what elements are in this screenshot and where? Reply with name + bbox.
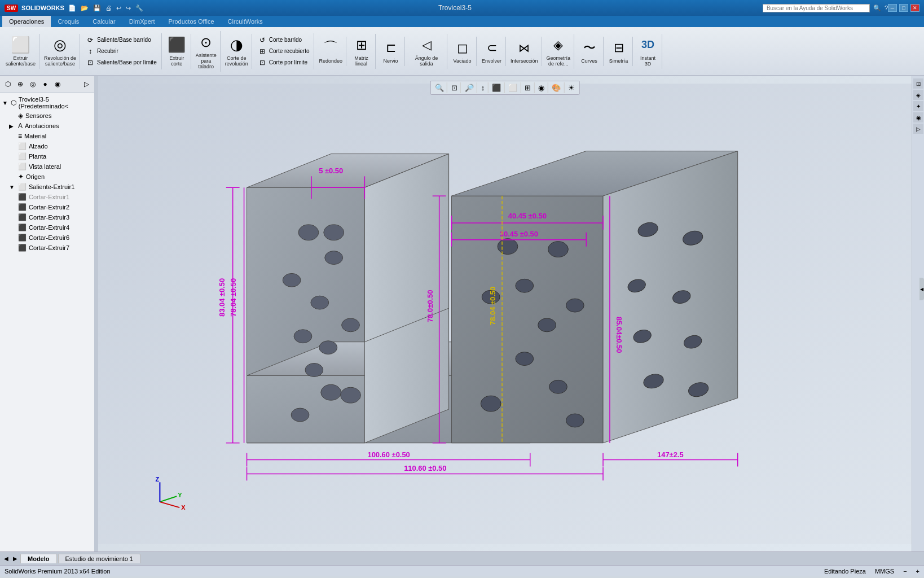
redo-btn[interactable]: ↪ <box>124 4 133 12</box>
zoom-in-btn[interactable]: 🔍 <box>432 82 447 93</box>
tree-name-origin: Origen <box>26 173 45 180</box>
tree-item-cut-extrude7[interactable]: ⬛ Cortar-Extruir7 <box>0 243 94 253</box>
tree-icon-material: ≡ <box>18 132 22 140</box>
save-btn[interactable]: 💾 <box>91 4 103 12</box>
tab-productos-office[interactable]: Productos Office <box>161 16 221 27</box>
dim-expert-btn[interactable]: ● <box>39 78 51 90</box>
fillet-icon: ⌒ <box>322 39 340 57</box>
tab-estudio-movimiento[interactable]: Estudio de movimiento 1 <box>58 554 140 563</box>
view-orient-btn[interactable]: ⬜ <box>505 82 521 93</box>
tree-item-right[interactable]: ⬜ Vista lateral <box>0 161 94 172</box>
viewport[interactable]: 5 ±0.50 40.45 ±0.50 30.45 ±0.50 83.04 ±0… <box>98 76 912 551</box>
tree-item-sensors[interactable]: ◈ Sensores <box>0 111 94 121</box>
rp-icon-1[interactable]: ⊡ <box>913 78 923 89</box>
tree-expand-boss-extrude1[interactable]: ▼ <box>9 184 16 190</box>
tree-item-cut-extrude2[interactable]: ⬛ Cortar-Extruir2 <box>0 202 94 212</box>
rib-btn[interactable]: ⊏ Nervio <box>377 37 405 66</box>
section-view-btn[interactable]: ⬛ <box>489 82 504 93</box>
tree-item-top[interactable]: ⬜ Planta <box>0 151 94 161</box>
zoom-to-fit-btn[interactable]: ⊡ <box>448 82 461 93</box>
close-btn[interactable]: ✕ <box>910 4 919 12</box>
svg-point-10 <box>283 273 301 287</box>
rp-icon-4[interactable]: ◉ <box>913 112 923 122</box>
boundary-cut-btn[interactable]: ⊡ Corte por límite <box>256 57 312 68</box>
print-btn[interactable]: 🖨 <box>104 4 113 12</box>
tab-croquis[interactable]: Croquis <box>51 16 86 27</box>
tree-item-cut-extrude4[interactable]: ⬛ Cortar-Extruir4 <box>0 222 94 233</box>
tree-expand-annotations[interactable]: ▶ <box>9 123 16 129</box>
collapse-handle[interactable]: ◀ <box>919 278 924 300</box>
tab-calcular[interactable]: Calcular <box>86 16 122 27</box>
tabs-nav-prev[interactable]: ◀ <box>2 555 10 563</box>
tools-btn[interactable]: 🔧 <box>134 4 145 12</box>
fillet-btn[interactable]: ⌒ Redondeo <box>315 37 346 66</box>
property-mgr-btn[interactable]: ⊕ <box>15 78 26 90</box>
tree-name-sensors: Sensores <box>25 112 51 119</box>
more-btn[interactable]: ▷ <box>81 78 92 90</box>
hole-wizard-btn[interactable]: ⊙ Asistenteparataladro <box>192 31 221 72</box>
config-mgr-btn[interactable]: ◎ <box>27 78 38 90</box>
mirror-btn[interactable]: ⊟ Simetría <box>605 37 633 66</box>
editing-label: Editando Pieza <box>824 568 866 575</box>
instant3d-btn[interactable]: 3D Instant3D <box>634 34 662 69</box>
loft-cut-btn[interactable]: ⊞ Corte recubierto <box>256 46 312 57</box>
swept-boss-label: Saliente/Base barrido <box>97 37 151 43</box>
new-btn[interactable]: 📄 <box>67 4 78 12</box>
swept-cut-icon: ↺ <box>258 36 267 45</box>
extrude-cut-btn[interactable]: ⬛ Extruircorte <box>163 34 191 69</box>
revolve-boss-btn[interactable]: ◎ Revolución desaliente/base <box>41 34 80 69</box>
swept-cut-btn[interactable]: ↺ Corte barrido <box>256 34 312 46</box>
tree-item-origin[interactable]: ✦ Origen <box>0 172 94 182</box>
tree-item-cut-extrude1[interactable]: ⬛ Cortar-Extruir1 <box>0 192 94 202</box>
tree-icon-right: ⬜ <box>18 163 27 170</box>
zoom-minus-btn[interactable]: − <box>903 568 907 575</box>
rp-icon-3[interactable]: ✦ <box>913 101 923 111</box>
ref-geometry-btn[interactable]: ◈ Geometríade refe... <box>543 34 575 69</box>
search-input[interactable] <box>763 4 870 12</box>
tree-item-annotations[interactable]: ▶ A Anotaciones <box>0 121 94 131</box>
boundary-boss-btn[interactable]: ⊡ Saliente/Base por límite <box>83 57 159 68</box>
curves-btn[interactable]: 〜 Curves <box>575 37 604 66</box>
rotate-btn[interactable]: ↕ <box>478 82 489 93</box>
lighting-btn[interactable]: ☀ <box>565 82 578 93</box>
svg-point-8 <box>298 225 319 240</box>
loft-btn[interactable]: ↕ Recubrir <box>83 46 159 57</box>
tabs-nav-next[interactable]: ▶ <box>11 555 19 563</box>
tab-circuitworks[interactable]: CircuitWorks <box>221 16 270 27</box>
tab-operaciones[interactable]: Operaciones <box>2 16 51 27</box>
edit-appear-btn[interactable]: 🎨 <box>549 82 564 93</box>
swept-boss-btn[interactable]: ⟳ Saliente/Base barrido <box>83 34 159 46</box>
tab-modelo[interactable]: Modelo <box>20 554 57 563</box>
minimize-btn[interactable]: ─ <box>888 4 897 12</box>
tree-item-front[interactable]: ⬜ Alzado <box>0 141 94 151</box>
tree-item-material[interactable]: ≡ Material <box>0 131 94 141</box>
tree-expand-root[interactable]: ▼ <box>2 100 8 106</box>
tree-item-cut-extrude3[interactable]: ⬛ Cortar-Extruir3 <box>0 212 94 222</box>
tree-item-root[interactable]: ▼ ⬡ Trovicel3-5 (Predeterminado< <box>0 95 94 111</box>
extrude-boss-btn[interactable]: ⬜ Extruirsaliente/base <box>2 34 39 69</box>
revolved-cut-btn[interactable]: ◑ Corte derevolución <box>222 34 252 69</box>
display-style-btn[interactable]: ⊞ <box>522 82 534 93</box>
draft-btn[interactable]: ◁ Ángulo de salida <box>406 34 447 69</box>
tree-item-boss-extrude1[interactable]: ▼ ⬜ Saliente-Extruir1 <box>0 182 94 192</box>
linear-pattern-btn[interactable]: ⊞ Matrizlineal <box>347 34 376 69</box>
open-btn[interactable]: 📂 <box>79 4 90 12</box>
undo-btn[interactable]: ↩ <box>115 4 123 12</box>
search-icon[interactable]: 🔍 <box>873 5 881 12</box>
zoom-select-btn[interactable]: 🔎 <box>462 82 477 93</box>
curves-label: Curves <box>581 58 597 64</box>
feature-manager-btn[interactable]: ⬡ <box>2 78 14 90</box>
display-mgr-btn[interactable]: ◉ <box>52 78 63 90</box>
rp-icon-5[interactable]: ▷ <box>913 124 923 134</box>
tree-name-annotations: Anotaciones <box>25 122 59 129</box>
wrap-btn[interactable]: ⊂ Envolver <box>478 37 506 66</box>
maximize-btn[interactable]: □ <box>899 4 908 12</box>
zoom-plus-btn[interactable]: + <box>916 568 919 575</box>
hide-show-btn[interactable]: ◉ <box>535 82 548 93</box>
hole-wizard-icon: ⊙ <box>197 33 215 51</box>
intersect-btn[interactable]: ⋈ Intersección <box>507 37 542 66</box>
shell-btn[interactable]: ◻ Vaciado <box>448 37 477 66</box>
tree-item-cut-extrude6[interactable]: ⬛ Cortar-Extruir6 <box>0 233 94 243</box>
rp-icon-2[interactable]: ◈ <box>913 90 923 100</box>
tab-dimxpert[interactable]: DimXpert <box>122 16 162 27</box>
